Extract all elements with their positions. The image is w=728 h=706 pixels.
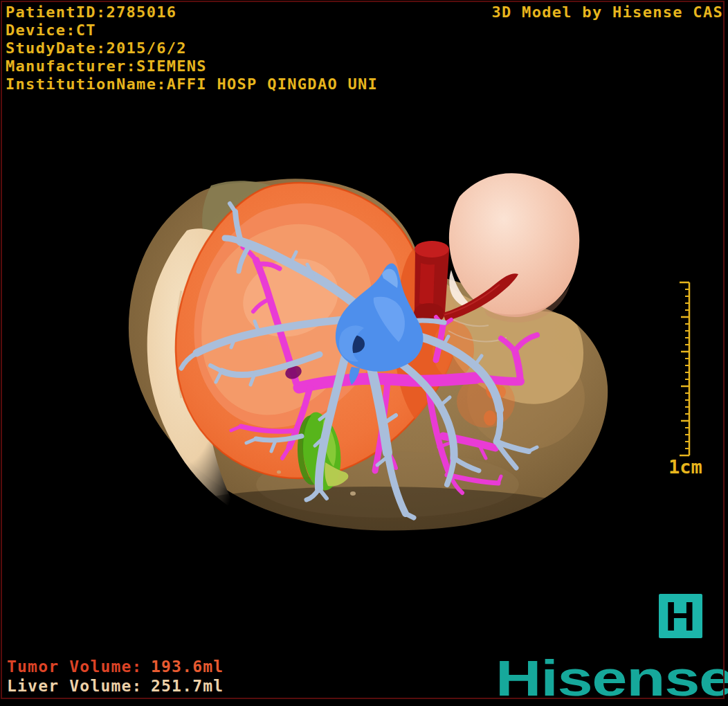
- liver-volume-label: Liver Volume:: [7, 676, 151, 696]
- patient-info-block: PatientID:2785016 Device:CT StudyDate:20…: [6, 3, 378, 93]
- device-line: Device:CT: [6, 21, 378, 39]
- tumor-volume-label: Tumor Volume:: [7, 657, 151, 676]
- 3d-viewport[interactable]: 1cm H Hisense: [0, 0, 728, 706]
- hisense-icon-letter: H: [665, 593, 695, 640]
- surface-speck-2: [277, 471, 281, 474]
- patient-id-line: PatientID:2785016: [6, 3, 378, 21]
- study-date-line: StudyDate:2015/6/2: [6, 39, 378, 57]
- svg-text:Hisense: Hisense: [495, 651, 728, 706]
- watermark-title: 3D Model by Hisense CAS: [491, 3, 723, 21]
- application-window: 1cm H Hisense PatientID:2785016 Device:C…: [0, 0, 728, 706]
- tumor-volume-row: Tumor Volume:193.6ml: [7, 657, 224, 676]
- vena-cava-cap: [415, 241, 449, 257]
- liver-model: [129, 173, 608, 549]
- liver-bottom-shadow: [152, 487, 595, 549]
- tumor-volume-value: 193.6ml: [151, 658, 224, 676]
- scale-label: 1cm: [668, 456, 702, 478]
- scale-ruler: [680, 282, 689, 455]
- liver-volume-row: Liver Volume:251.7ml: [7, 676, 224, 696]
- vena-cava-highlight: [419, 263, 435, 305]
- liver-volume-value: 251.7ml: [151, 677, 224, 695]
- scale-label-group: 1cm: [668, 456, 702, 478]
- institution-line: InstitutionName:AFFI HOSP QINGDAO UNI: [6, 75, 378, 93]
- hisense-icon: H: [659, 593, 702, 640]
- manufacturer-line: Manufacturer:SIEMENS: [6, 57, 378, 75]
- surface-speck-1: [350, 491, 356, 496]
- volume-readouts: Tumor Volume:193.6ml Liver Volume:251.7m…: [7, 657, 224, 696]
- hisense-wordmark: Hisense: [495, 651, 728, 706]
